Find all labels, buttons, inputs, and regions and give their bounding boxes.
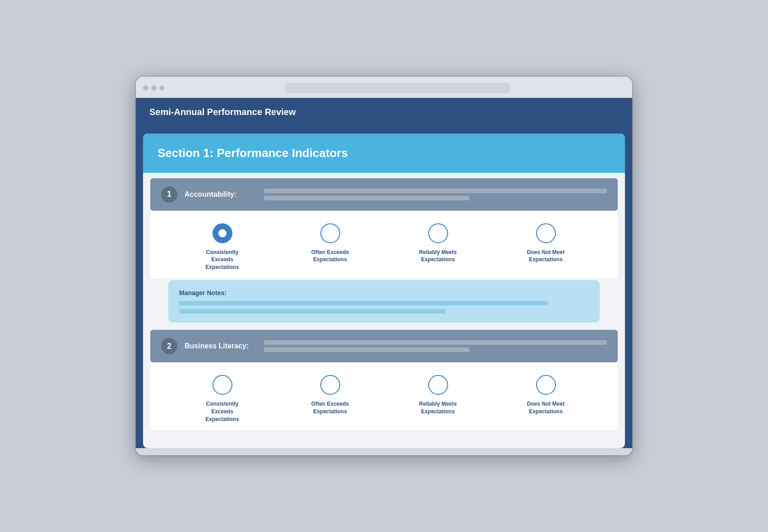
radio-option-q1-2[interactable]: Often Exceeds Expectations xyxy=(305,223,355,271)
app-title: Semi-Annual Performance Review xyxy=(149,107,296,117)
notes-line-2 xyxy=(179,309,445,314)
radio-label-q2-2: Often Exceeds Expectations xyxy=(305,400,355,416)
question-label-2: Business Literacy: xyxy=(185,342,257,350)
main-content: Section 1: Performance Indicators 1 Acco… xyxy=(143,134,625,449)
question-lines-2 xyxy=(264,340,607,352)
app-header: Semi-Annual Performance Review xyxy=(136,98,632,126)
manager-notes-box: Manager Notes: xyxy=(168,280,600,323)
notes-lines xyxy=(179,301,589,314)
question-header-1: 1 Accountability: xyxy=(150,178,618,211)
dot-yellow xyxy=(151,85,157,91)
section-header: Section 1: Performance Indicators xyxy=(143,134,625,173)
notes-line-1 xyxy=(179,301,548,305)
browser-chrome xyxy=(136,77,632,98)
radio-group-2: Consistently Exceeds Expectations Often … xyxy=(150,362,618,430)
radio-label-q1-1: Consistently Exceeds Expectations xyxy=(198,249,247,271)
address-bar[interactable] xyxy=(285,83,510,93)
question-label-1: Accountability: xyxy=(185,190,257,199)
radio-option-q2-3[interactable]: Reliably Meets Expectations xyxy=(413,375,463,423)
question-block-1: 1 Accountability: Consistently Exceeds E… xyxy=(150,178,618,323)
dot-green xyxy=(159,85,165,91)
radio-circle-q1-1[interactable] xyxy=(213,223,232,243)
radio-option-q1-1[interactable]: Consistently Exceeds Expectations xyxy=(198,223,247,271)
radio-circle-q2-4[interactable] xyxy=(536,375,556,395)
radio-label-q1-3: Reliably Meets Expectations xyxy=(413,249,463,264)
question-lines-1 xyxy=(264,189,607,200)
question-block-2: 2 Business Literacy: Consistently Exceed… xyxy=(150,330,618,430)
radio-label-q2-3: Reliably Meets Expectations xyxy=(413,400,463,416)
question-line-2a xyxy=(264,340,607,345)
question-line-2b xyxy=(264,347,470,352)
question-number-2: 2 xyxy=(161,338,177,354)
dot-red xyxy=(143,85,148,91)
radio-option-q1-4[interactable]: Does Not Meet Expectations xyxy=(521,223,571,271)
app-body: Semi-Annual Performance Review Section 1… xyxy=(136,98,632,449)
radio-circle-q1-3[interactable] xyxy=(428,223,448,243)
question-line-1b xyxy=(264,196,470,200)
section-divider xyxy=(143,434,625,439)
radio-label-q2-4: Does Not Meet Expectations xyxy=(521,400,571,416)
radio-circle-q2-1[interactable] xyxy=(213,375,232,395)
section-title: Section 1: Performance Indicators xyxy=(157,146,348,160)
radio-circle-q1-2[interactable] xyxy=(320,223,340,243)
question-line-1a xyxy=(264,189,607,193)
browser-window: Semi-Annual Performance Review Section 1… xyxy=(136,77,632,456)
radio-label-q1-2: Often Exceeds Expectations xyxy=(305,249,355,264)
radio-option-q2-2[interactable]: Often Exceeds Expectations xyxy=(305,375,355,423)
question-header-2: 2 Business Literacy: xyxy=(150,330,618,362)
radio-option-q2-4[interactable]: Does Not Meet Expectations xyxy=(521,375,571,423)
browser-dots xyxy=(143,85,165,91)
question-number-1: 1 xyxy=(161,186,177,203)
radio-option-q2-1[interactable]: Consistently Exceeds Expectations xyxy=(198,375,247,423)
radio-circle-q1-4[interactable] xyxy=(536,223,556,243)
radio-circle-q2-2[interactable] xyxy=(320,375,340,395)
radio-option-q1-3[interactable]: Reliably Meets Expectations xyxy=(413,223,463,271)
radio-label-q2-1: Consistently Exceeds Expectations xyxy=(198,400,247,423)
radio-group-1: Consistently Exceeds Expectations Often … xyxy=(150,211,618,278)
manager-notes-label: Manager Notes: xyxy=(179,289,589,296)
radio-label-q1-4: Does Not Meet Expectations xyxy=(521,249,571,264)
radio-circle-q2-3[interactable] xyxy=(428,375,448,395)
